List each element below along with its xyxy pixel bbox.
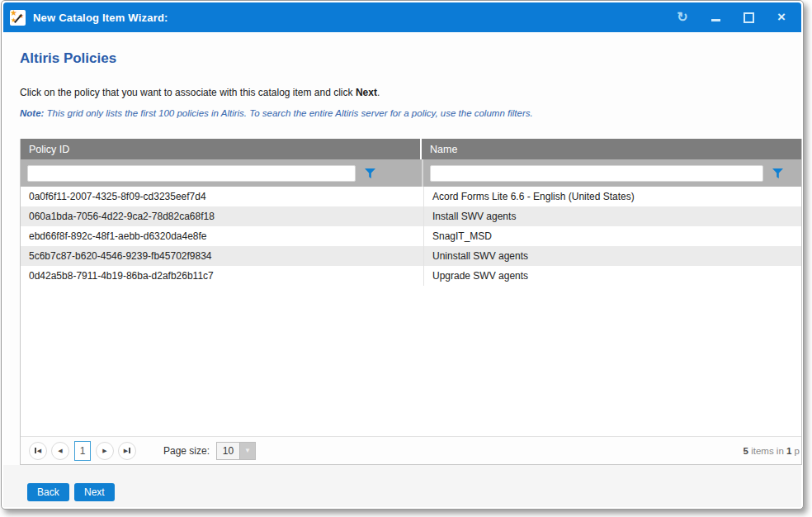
- items-text: items in: [748, 446, 786, 456]
- close-icon: ×: [777, 11, 786, 24]
- refresh-icon: ↻: [677, 11, 687, 24]
- policy-id-cell: 0a0f6f11-2007-4325-8f09-cd3235eef7d4: [21, 187, 423, 206]
- window-controls: ↻ ×: [676, 11, 788, 24]
- footer-strip: [3, 465, 801, 507]
- title-bar: ★ ★ ★ New Catalog Item Wizard: ↻ ×: [3, 2, 801, 32]
- table-row[interactable]: 0d42a5b8-7911-4b19-86ba-d2afb26b11c7 Upg…: [21, 266, 801, 286]
- grid-empty-area: [21, 286, 801, 436]
- policy-name-cell: Uninstall SWV agents: [423, 246, 801, 266]
- note-text: Note: This grid only lists the first 100…: [20, 108, 533, 118]
- window-title: New Catalog Item Wizard:: [33, 12, 168, 24]
- next-button[interactable]: Next: [74, 483, 115, 501]
- page-title: Altiris Policies: [20, 50, 116, 67]
- last-page-icon: [129, 448, 130, 453]
- table-row[interactable]: 060a1bda-7056-4d22-9ca2-78d82ca68f18 Ins…: [21, 206, 801, 226]
- name-filter-cell: [423, 159, 801, 187]
- previous-page-icon: ◀: [58, 448, 62, 453]
- name-filter-icon[interactable]: [772, 168, 783, 178]
- table-row[interactable]: ebd66f8f-892c-48f1-aebb-d6320da4e8fe Sna…: [21, 226, 801, 246]
- page-size-value: 10: [217, 443, 239, 459]
- first-page-icon: ◀: [37, 448, 41, 453]
- policy-id-cell: 0d42a5b8-7911-4b19-86ba-d2afb26b11c7: [21, 266, 423, 286]
- minimize-icon: [711, 19, 720, 21]
- policy-id-filter-icon[interactable]: [365, 168, 375, 178]
- pager-bar: ◀ ◀ 1 ▶ ▶ Page size: 10 ▼ 5 items in 1 p: [21, 436, 801, 464]
- policy-id-filter-input[interactable]: [27, 165, 356, 182]
- note-body: This grid only lists the first 100 polic…: [44, 108, 532, 118]
- policy-name-cell: Acord Forms Lite 6.6 - English (United S…: [423, 187, 801, 206]
- maximize-icon: [744, 12, 754, 23]
- chevron-down-icon: ▼: [239, 443, 255, 459]
- next-page-icon: ▶: [102, 448, 106, 453]
- policy-name-cell: SnagIT_MSD: [423, 226, 801, 246]
- close-button[interactable]: ×: [775, 11, 788, 24]
- instruction-pre: Click on the policy that you want to ass…: [20, 87, 356, 98]
- previous-page-button[interactable]: ◀: [51, 442, 69, 460]
- page-size-dropdown[interactable]: 10 ▼: [216, 442, 256, 460]
- current-page-indicator[interactable]: 1: [74, 441, 91, 461]
- policy-id-cell: ebd66f8f-892c-48f1-aebb-d6320da4e8fe: [21, 226, 423, 246]
- policy-id-filter-cell: [21, 159, 423, 187]
- column-header-policy-id[interactable]: Policy ID: [21, 139, 422, 159]
- minimize-button[interactable]: [709, 11, 722, 24]
- note-label: Note:: [20, 108, 44, 118]
- policy-name-cell: Upgrade SWV agents: [423, 266, 801, 286]
- grid-header-row: Policy ID Name: [21, 139, 801, 159]
- instruction-post: .: [377, 87, 380, 98]
- last-page-button[interactable]: ▶: [118, 442, 136, 460]
- policy-id-cell: 060a1bda-7056-4d22-9ca2-78d82ca68f18: [21, 206, 423, 226]
- policies-grid: Policy ID Name 0a0f6f11-20: [20, 139, 802, 465]
- instruction-bold: Next: [356, 87, 377, 98]
- pages-suffix: p: [791, 446, 800, 456]
- table-row[interactable]: 0a0f6f11-2007-4325-8f09-cd3235eef7d4 Aco…: [21, 187, 801, 206]
- wizard-content: Altiris Policies Click on the policy tha…: [3, 32, 801, 507]
- first-page-icon: [35, 448, 36, 453]
- next-page-button[interactable]: ▶: [96, 442, 114, 460]
- first-page-button[interactable]: ◀: [29, 442, 47, 460]
- name-filter-input[interactable]: [430, 165, 763, 182]
- grid-filter-row: [21, 159, 801, 187]
- back-button[interactable]: Back: [27, 483, 69, 501]
- instruction-text: Click on the policy that you want to ass…: [20, 87, 380, 98]
- items-summary: 5 items in 1 p: [744, 446, 800, 456]
- page-size-label: Page size:: [163, 445, 210, 457]
- maximize-button[interactable]: [742, 11, 755, 24]
- refresh-button[interactable]: ↻: [676, 11, 689, 24]
- last-page-icon: ▶: [124, 448, 128, 453]
- policy-id-cell: 5c6b7c87-b620-4546-9239-fb45702f9834: [21, 246, 423, 266]
- wizard-app-icon: ★ ★ ★: [10, 10, 26, 26]
- wizard-window: ★ ★ ★ New Catalog Item Wizard: ↻ × Altir…: [1, 0, 804, 510]
- table-row[interactable]: 5c6b7c87-b620-4546-9239-fb45702f9834 Uni…: [21, 246, 801, 266]
- policy-name-cell: Install SWV agents: [423, 206, 801, 226]
- column-header-name[interactable]: Name: [422, 139, 801, 159]
